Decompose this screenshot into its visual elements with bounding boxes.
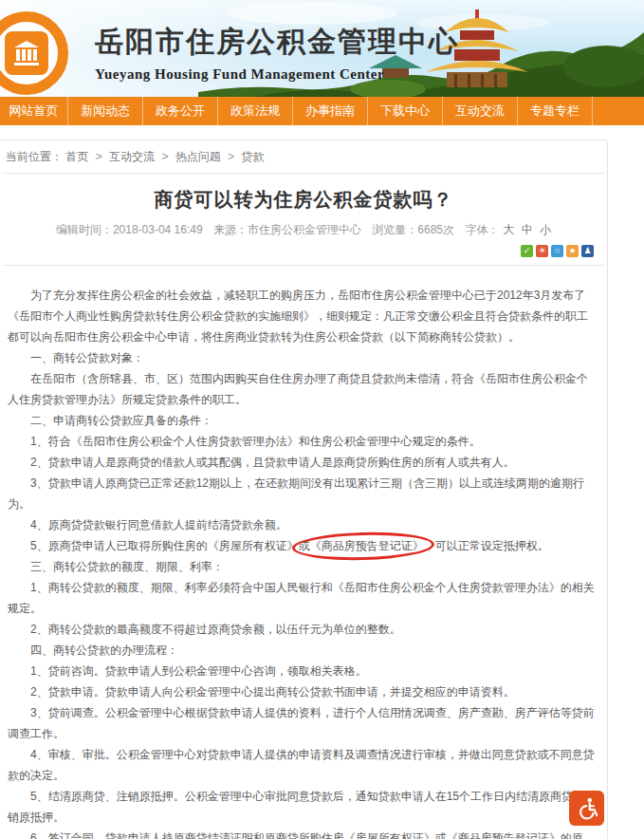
nav-item-special-topics[interactable]: 专题专栏 [518,97,593,125]
nav-item-gov-affairs[interactable]: 政务公开 [143,97,218,125]
font-size-large[interactable]: 大 [503,223,514,236]
source: 市住房公积金管理中心 [248,223,361,236]
nav-item-news[interactable]: 新闻动态 [68,97,143,125]
article-paragraph: 二、申请商转公贷款应具备的条件： [8,410,598,431]
source-label: 来源： [213,223,248,236]
article-paragraph: 为了充分发挥住房公积金的社会效益，减轻职工的购房压力，岳阳市住房公积金管理中心已… [8,285,598,347]
site-title-en: Yueyang Housing Fund Management Center [95,66,459,83]
article-paragraph: 4、审核、审批。公积金管理中心对贷款申请人提供的申请资料及调查情况进行审核，并做… [8,744,598,786]
nav-item-interaction[interactable]: 互动交流 [443,97,518,125]
article-paragraph: 1、符合《岳阳市住房公积金个人住房贷款管理办法》和住房公积金管理中心规定的条件。 [8,431,598,452]
nav-item-downloads[interactable]: 下载中心 [368,97,443,125]
font-size-small[interactable]: 小 [540,223,551,236]
page: { "header": { "site_title_zh": "岳阳市住房公积金… [0,0,644,839]
article-body: 为了充分发挥住房公积金的社会效益，减轻职工的购房压力，岳阳市住房公积金管理中心已… [0,266,607,839]
annotated-text-after: ，可以正常设定抵押权。 [424,539,549,552]
article-paragraph: 三、商转公贷款的额度、期限、利率： [8,556,598,577]
article-paragraph: 1、商转公贷款的额度、期限、利率必须符合中国人民银行和《岳阳市住房公积金个人住房… [8,577,598,619]
wheelchair-icon [575,796,599,821]
article-paragraph: 四、商转公贷款的办理流程： [8,640,598,661]
article-paragraph: 3、贷款申请人原商贷已正常还款12期以上，在还款期间没有出现累计三期（含三期）以… [8,473,598,514]
article-paragraph: 2、贷款申请。贷款申请人向公积金管理中心提出商转公贷款书面申请，并提交相应的申请… [8,681,598,702]
article-title: 商贷可以转为住房公积金贷款吗？ [0,187,607,213]
site-title-zh: 岳阳市住房公积金管理中心 [95,23,459,62]
bank-building-icon [5,31,48,75]
annotated-text-before: 5、原商贷申请人已取得所购住房的《房屋所有权证》 [30,539,299,552]
site-header: 岳阳市住房公积金管理中心 Yueyang Housing Fund Manage… [0,0,644,97]
share-weibo-icon[interactable]: ☀ [536,245,548,257]
breadcrumb-interaction[interactable]: 互动交流 [109,150,155,163]
breadcrumb-separator: > [161,150,168,163]
red-circle-annotation: 或《商品房预告登记证》 [299,539,424,552]
article-paragraph: 6、签订合同。贷款申请人持原商贷结清证明和原商贷所购住房《房屋所有权证》或《商品… [8,828,598,839]
share-wechat-icon[interactable]: ✓ [521,245,533,257]
article-paragraph-annotated: 5、原商贷申请人已取得所购住房的《房屋所有权证》或《商品房预告登记证》，可以正常… [8,535,598,556]
nav-item-policies[interactable]: 政策法规 [218,97,293,125]
accessibility-widget[interactable] [569,791,604,826]
breadcrumb-hot-questions[interactable]: 热点问题 [175,150,221,163]
article-paragraph: 1、贷前咨询。贷款申请人到公积金管理中心咨询，领取相关表格。 [8,661,598,681]
content-panel: 当前位置： 首页 > 互动交流 > 热点问题 > 贷款 商贷可以转为住房公积金贷… [0,140,608,839]
article-paragraph: 一、商转公贷款对象： [8,347,598,368]
font-size-medium[interactable]: 中 [522,223,533,236]
article-paragraph: 4、原商贷贷款银行同意借款人提前结清贷款余额。 [8,514,598,535]
share-qzone-icon[interactable]: ☆ [551,245,563,257]
views-count: 6685次 [417,223,454,236]
article-paragraph: 2、贷款申请人是原商贷的借款人或其配偶，且贷款申请人是原商贷所购住房的所有人或共… [8,452,598,473]
article-paragraph: 2、商转公贷款的最高额度不得超过原商贷余额，以伍仟元为单位的整数。 [8,619,598,640]
breadcrumb: 当前位置： 首页 > 互动交流 > 热点问题 > 贷款 [0,140,607,173]
article-paragraph: 3、贷前调查。公积金管理中心根据贷款申请人提供的资料，进行个人信用情况调查、房产… [8,702,598,744]
font-size-label: 字体： [465,223,499,236]
nav-item-guide[interactable]: 办事指南 [293,97,368,125]
share-bar: ✓☀☆★♟ [0,242,607,257]
main-nav: 网站首页 新闻动态 政务公开 政策法规 办事指南 下载中心 互动交流 专题专栏 [0,97,644,125]
edit-time: 2018-03-04 16:49 [113,223,203,236]
share-more-icon[interactable]: ♟ [581,245,594,257]
share-qq-icon[interactable]: ★ [566,245,579,257]
edit-time-label: 编辑时间： [56,223,113,236]
article-meta: 编辑时间：2018-03-04 16:49 来源：市住房公积金管理中心 浏览量：… [0,222,607,238]
breadcrumb-separator: > [96,150,102,163]
breadcrumb-divider [2,173,605,174]
breadcrumb-home[interactable]: 首页 [65,150,88,163]
breadcrumb-label: 当前位置： [6,150,63,163]
article-paragraph: 在岳阳市（含所辖县、市、区）范围内因购买自住住房办理了商贷且贷款尚未偿清，符合《… [8,368,598,410]
breadcrumb-separator: > [228,150,234,163]
breadcrumb-loans[interactable]: 贷款 [241,150,264,163]
article-paragraph: 5、结清原商贷、注销原抵押。公积金管理中心审批同意贷款后，通知贷款申请人在15个… [8,786,598,828]
nav-item-home[interactable]: 网站首页 [0,97,68,125]
views-label: 浏览量： [372,223,417,236]
